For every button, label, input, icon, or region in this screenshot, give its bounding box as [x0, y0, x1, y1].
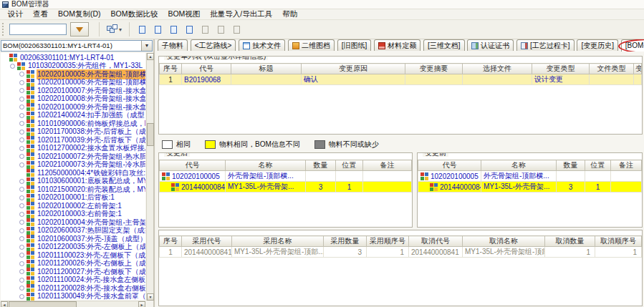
bom-view-button[interactable]: ▾ [104, 21, 125, 37]
tree-horizontal-scrollbar[interactable]: ◄ ► [1, 301, 145, 307]
column-header[interactable]: 代号 [160, 160, 226, 171]
expander-icon[interactable] [19, 269, 24, 274]
column-header[interactable]: 代号 [418, 160, 481, 171]
column-header[interactable]: 名称 [481, 160, 557, 171]
column-header[interactable]: 变更类型 [532, 64, 590, 74]
column-header[interactable]: 变更摘要 [405, 64, 463, 74]
tab[interactable]: <工艺路线> [191, 39, 236, 51]
scroll-down-icon[interactable]: ▼ [147, 293, 154, 301]
detail-row[interactable]: 1 201440000841 MY1-35L-外壳骨架组-顶部... 3 1 2… [160, 247, 642, 258]
column-header[interactable]: 数量 [557, 160, 585, 171]
toolbar-separator [99, 22, 100, 36]
expander-icon[interactable] [19, 154, 24, 159]
menu-item[interactable]: 查看 [28, 9, 53, 19]
scroll-up-icon[interactable]: ▲ [147, 53, 154, 60]
expander-icon[interactable] [19, 228, 24, 233]
copy-item-button[interactable] [150, 22, 165, 36]
expander-icon[interactable] [19, 253, 24, 258]
column-header[interactable]: 序号 [160, 64, 182, 74]
copy-structure-button[interactable] [165, 22, 181, 36]
tab[interactable]: [BOM变更历史] [621, 39, 644, 52]
menu-item[interactable]: BOM复制(D) [53, 9, 106, 19]
tree-vertical-scrollbar[interactable]: ▲ ▼ [146, 53, 153, 301]
toolbar-grip[interactable] [2, 23, 6, 36]
expander-icon[interactable] [19, 195, 24, 200]
expander-icon[interactable] [19, 104, 24, 109]
expander-icon[interactable] [19, 137, 24, 142]
bom-compare-row[interactable]: 201440000841 MY1-35L-外壳骨架... 3 1 [160, 182, 412, 193]
column-header[interactable]: 位置 [336, 160, 363, 171]
column-header[interactable]: 文件类型 [590, 64, 634, 74]
column-header[interactable]: 取消数量 [545, 236, 595, 247]
column-header[interactable]: 备注 [363, 160, 412, 171]
expander-icon[interactable] [19, 212, 24, 217]
column-header[interactable]: 序号 [160, 236, 182, 247]
search-input[interactable] [9, 24, 67, 35]
expander-icon[interactable] [19, 245, 24, 250]
tab[interactable]: 材料定额 [374, 39, 420, 51]
column-header[interactable]: 名称 [226, 160, 306, 171]
scroll-left-icon[interactable]: ◄ [1, 301, 8, 307]
column-header[interactable]: 变 [634, 64, 642, 74]
column-header[interactable]: 取消顺序号 [595, 236, 642, 247]
scroll-right-icon[interactable]: ► [138, 301, 145, 307]
expander-icon[interactable] [19, 80, 24, 85]
title-bar[interactable]: BOM管理器 [0, 0, 644, 9]
tab[interactable]: [三维文档] [423, 39, 465, 51]
expander-icon[interactable] [19, 294, 24, 299]
column-header[interactable]: 选择文件 [463, 64, 532, 74]
tab[interactable]: 二维图档 [288, 39, 335, 51]
expander-icon[interactable] [19, 121, 24, 126]
expander-icon[interactable] [10, 64, 15, 69]
expander-icon[interactable] [19, 261, 24, 266]
expander-icon[interactable] [19, 203, 24, 208]
expander-icon[interactable] [19, 179, 24, 184]
expander-icon[interactable] [19, 278, 24, 283]
expander-icon[interactable] [19, 236, 24, 241]
column-header[interactable]: 备注 [611, 160, 642, 171]
menu-item[interactable]: BOM视图 [163, 9, 205, 19]
tab[interactable]: 子物料 [158, 39, 188, 51]
menu-item[interactable]: 帮助 [277, 9, 302, 19]
bom-compare-row[interactable]: 102020100005 外壳骨架组-顶部横... [160, 171, 412, 182]
menu-item[interactable]: BOM数据比较 [106, 9, 163, 19]
expander-icon[interactable] [19, 88, 24, 93]
bom-compare-row[interactable]: 102020100005 外壳骨架组-顶部横... [418, 171, 642, 182]
expander-icon[interactable] [19, 72, 24, 77]
tab[interactable]: [旧图纸] [337, 39, 372, 51]
expander-icon[interactable] [19, 187, 24, 192]
tab[interactable]: 技术文件 [239, 39, 285, 51]
bom-compare-row[interactable]: 201440000841 MY1-35L-外壳骨架... 3 1 [418, 182, 642, 193]
column-header[interactable]: 位置 [585, 160, 611, 171]
expander-icon[interactable] [19, 162, 24, 167]
column-header[interactable]: 采用顺序号 [367, 236, 409, 247]
column-header[interactable]: 取消名称 [463, 236, 545, 247]
column-header[interactable]: 数量 [306, 160, 336, 171]
expander-icon[interactable] [19, 130, 24, 135]
column-header[interactable]: 采用名称 [232, 236, 324, 247]
filter-button[interactable] [70, 22, 89, 36]
menu-item[interactable]: 设计 [3, 9, 28, 19]
tab[interactable]: 认证证书 [467, 39, 514, 51]
column-header[interactable]: 代号 [182, 64, 231, 74]
expander-icon[interactable] [19, 113, 24, 118]
column-header[interactable]: 标题 [231, 64, 302, 74]
column-header[interactable]: 采用代号 [182, 236, 232, 247]
column-header[interactable]: 变更原因 [302, 64, 405, 74]
tab[interactable]: [变更历史] [577, 39, 618, 51]
tab[interactable]: [工艺过程卡] [516, 39, 575, 51]
expander-icon[interactable] [19, 286, 24, 291]
expander-icon[interactable] [19, 146, 24, 151]
column-header[interactable]: 取消代号 [409, 236, 463, 247]
scroll-thumb[interactable] [147, 123, 154, 146]
scroll-thumb[interactable] [9, 301, 77, 307]
expander-icon[interactable] [19, 220, 24, 225]
column-header[interactable]: 采用数量 [324, 236, 367, 247]
bom-selector[interactable]: BOM(002063301101:MY1-LRT4-01) ▼ [1, 40, 153, 52]
combo-dropdown-button[interactable]: ▼ [141, 41, 152, 51]
new-document-button[interactable] [181, 22, 197, 36]
change-order-row[interactable]: 1 B20190068 确认 设计变更 [160, 74, 642, 85]
menu-item[interactable]: 批量导入/导出工具 [205, 9, 277, 19]
expander-icon[interactable] [19, 97, 24, 102]
copy-bom-button[interactable] [134, 22, 150, 36]
